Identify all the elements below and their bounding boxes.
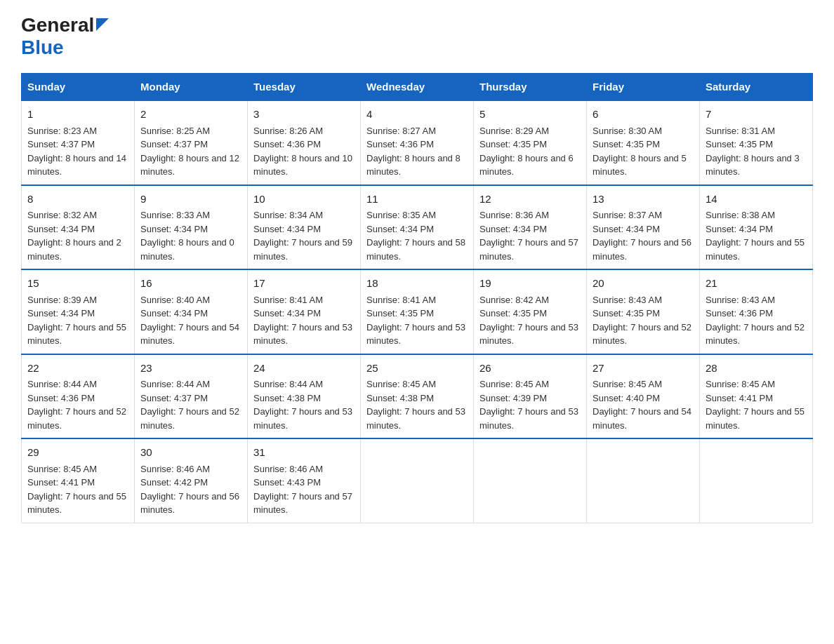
calendar-cell: 28 Sunrise: 8:45 AM Sunset: 4:41 PM Dayl… (700, 354, 813, 439)
day-info: Sunrise: 8:32 AM Sunset: 4:34 PM Dayligh… (27, 208, 128, 263)
calendar-cell: 22 Sunrise: 8:44 AM Sunset: 4:36 PM Dayl… (22, 354, 135, 439)
calendar-cell: 17 Sunrise: 8:41 AM Sunset: 4:34 PM Dayl… (248, 269, 361, 354)
day-info: Sunrise: 8:44 AM Sunset: 4:38 PM Dayligh… (253, 377, 355, 432)
calendar-cell: 13 Sunrise: 8:37 AM Sunset: 4:34 PM Dayl… (587, 185, 700, 270)
day-number: 14 (706, 192, 807, 208)
day-info: Sunrise: 8:29 AM Sunset: 4:35 PM Dayligh… (479, 124, 581, 179)
col-header-tuesday: Tuesday (248, 74, 361, 101)
calendar-week-row: 15 Sunrise: 8:39 AM Sunset: 4:34 PM Dayl… (22, 269, 813, 354)
calendar-cell: 19 Sunrise: 8:42 AM Sunset: 4:35 PM Dayl… (474, 269, 587, 354)
day-number: 29 (27, 445, 128, 461)
day-number: 23 (140, 361, 241, 377)
day-info: Sunrise: 8:33 AM Sunset: 4:34 PM Dayligh… (140, 208, 241, 263)
col-header-wednesday: Wednesday (361, 74, 474, 101)
calendar-cell: 16 Sunrise: 8:40 AM Sunset: 4:34 PM Dayl… (135, 269, 248, 354)
day-info: Sunrise: 8:44 AM Sunset: 4:37 PM Dayligh… (140, 377, 241, 432)
calendar-cell: 6 Sunrise: 8:30 AM Sunset: 4:35 PM Dayli… (587, 100, 700, 185)
calendar-cell: 20 Sunrise: 8:43 AM Sunset: 4:35 PM Dayl… (587, 269, 700, 354)
day-info: Sunrise: 8:45 AM Sunset: 4:38 PM Dayligh… (366, 377, 468, 432)
day-number: 2 (140, 107, 241, 123)
calendar-cell: 23 Sunrise: 8:44 AM Sunset: 4:37 PM Dayl… (135, 354, 248, 439)
day-number: 18 (366, 276, 468, 292)
col-header-friday: Friday (587, 74, 700, 101)
day-number: 17 (253, 276, 355, 292)
day-number: 9 (140, 192, 241, 208)
calendar-cell: 3 Sunrise: 8:26 AM Sunset: 4:36 PM Dayli… (248, 100, 361, 185)
calendar-cell: 21 Sunrise: 8:43 AM Sunset: 4:36 PM Dayl… (700, 269, 813, 354)
day-number: 6 (593, 107, 694, 123)
day-info: Sunrise: 8:38 AM Sunset: 4:34 PM Dayligh… (706, 208, 807, 263)
calendar-cell: 25 Sunrise: 8:45 AM Sunset: 4:38 PM Dayl… (361, 354, 474, 439)
day-number: 7 (706, 107, 807, 123)
calendar-cell: 11 Sunrise: 8:35 AM Sunset: 4:34 PM Dayl… (361, 185, 474, 270)
day-number: 11 (366, 192, 468, 208)
day-number: 16 (140, 276, 241, 292)
day-info: Sunrise: 8:30 AM Sunset: 4:35 PM Dayligh… (593, 124, 694, 179)
calendar-cell: 18 Sunrise: 8:41 AM Sunset: 4:35 PM Dayl… (361, 269, 474, 354)
calendar-cell: 29 Sunrise: 8:45 AM Sunset: 4:41 PM Dayl… (22, 438, 135, 523)
logo-blue: Blue (21, 36, 64, 59)
day-info: Sunrise: 8:45 AM Sunset: 4:39 PM Dayligh… (479, 377, 581, 432)
logo-general: General (21, 14, 94, 36)
calendar-header-row: SundayMondayTuesdayWednesdayThursdayFrid… (22, 74, 813, 101)
day-number: 15 (27, 276, 128, 292)
day-number: 31 (253, 445, 355, 461)
calendar-cell (474, 438, 587, 523)
calendar-cell (361, 438, 474, 523)
calendar-week-row: 22 Sunrise: 8:44 AM Sunset: 4:36 PM Dayl… (22, 354, 813, 439)
day-info: Sunrise: 8:23 AM Sunset: 4:37 PM Dayligh… (27, 124, 128, 179)
calendar-cell (700, 438, 813, 523)
day-info: Sunrise: 8:41 AM Sunset: 4:35 PM Dayligh… (366, 293, 468, 348)
day-number: 22 (27, 361, 128, 377)
day-info: Sunrise: 8:43 AM Sunset: 4:35 PM Dayligh… (593, 293, 694, 348)
day-info: Sunrise: 8:45 AM Sunset: 4:41 PM Dayligh… (706, 377, 807, 432)
logo: General Blue (21, 14, 109, 59)
calendar-cell: 26 Sunrise: 8:45 AM Sunset: 4:39 PM Dayl… (474, 354, 587, 439)
day-number: 8 (27, 192, 128, 208)
calendar-cell: 24 Sunrise: 8:44 AM Sunset: 4:38 PM Dayl… (248, 354, 361, 439)
calendar-week-row: 1 Sunrise: 8:23 AM Sunset: 4:37 PM Dayli… (22, 100, 813, 185)
calendar-week-row: 8 Sunrise: 8:32 AM Sunset: 4:34 PM Dayli… (22, 185, 813, 270)
logo-arrow-icon (96, 18, 109, 34)
day-info: Sunrise: 8:39 AM Sunset: 4:34 PM Dayligh… (27, 293, 128, 348)
calendar-cell: 5 Sunrise: 8:29 AM Sunset: 4:35 PM Dayli… (474, 100, 587, 185)
calendar-cell: 2 Sunrise: 8:25 AM Sunset: 4:37 PM Dayli… (135, 100, 248, 185)
svg-marker-0 (96, 18, 109, 31)
day-info: Sunrise: 8:26 AM Sunset: 4:36 PM Dayligh… (253, 124, 355, 179)
day-info: Sunrise: 8:42 AM Sunset: 4:35 PM Dayligh… (479, 293, 581, 348)
day-number: 12 (479, 192, 581, 208)
calendar-cell: 9 Sunrise: 8:33 AM Sunset: 4:34 PM Dayli… (135, 185, 248, 270)
calendar-cell: 7 Sunrise: 8:31 AM Sunset: 4:35 PM Dayli… (700, 100, 813, 185)
day-number: 24 (253, 361, 355, 377)
page-header: General Blue (21, 14, 813, 59)
calendar-cell (587, 438, 700, 523)
day-info: Sunrise: 8:45 AM Sunset: 4:41 PM Dayligh… (27, 462, 128, 517)
col-header-thursday: Thursday (474, 74, 587, 101)
day-number: 3 (253, 107, 355, 123)
day-info: Sunrise: 8:43 AM Sunset: 4:36 PM Dayligh… (706, 293, 807, 348)
calendar-cell: 27 Sunrise: 8:45 AM Sunset: 4:40 PM Dayl… (587, 354, 700, 439)
day-number: 4 (366, 107, 468, 123)
day-info: Sunrise: 8:36 AM Sunset: 4:34 PM Dayligh… (479, 208, 581, 263)
day-number: 10 (253, 192, 355, 208)
day-info: Sunrise: 8:46 AM Sunset: 4:43 PM Dayligh… (253, 462, 355, 517)
col-header-saturday: Saturday (700, 74, 813, 101)
col-header-sunday: Sunday (22, 74, 135, 101)
calendar-cell: 14 Sunrise: 8:38 AM Sunset: 4:34 PM Dayl… (700, 185, 813, 270)
calendar-table: SundayMondayTuesdayWednesdayThursdayFrid… (21, 73, 813, 523)
day-info: Sunrise: 8:37 AM Sunset: 4:34 PM Dayligh… (593, 208, 694, 263)
day-number: 5 (479, 107, 581, 123)
day-number: 21 (706, 276, 807, 292)
day-info: Sunrise: 8:44 AM Sunset: 4:36 PM Dayligh… (27, 377, 128, 432)
day-info: Sunrise: 8:25 AM Sunset: 4:37 PM Dayligh… (140, 124, 241, 179)
day-number: 28 (706, 361, 807, 377)
calendar-cell: 10 Sunrise: 8:34 AM Sunset: 4:34 PM Dayl… (248, 185, 361, 270)
calendar-cell: 8 Sunrise: 8:32 AM Sunset: 4:34 PM Dayli… (22, 185, 135, 270)
day-number: 30 (140, 445, 241, 461)
day-number: 13 (593, 192, 694, 208)
day-number: 19 (479, 276, 581, 292)
calendar-cell: 30 Sunrise: 8:46 AM Sunset: 4:42 PM Dayl… (135, 438, 248, 523)
day-info: Sunrise: 8:27 AM Sunset: 4:36 PM Dayligh… (366, 124, 468, 179)
day-info: Sunrise: 8:31 AM Sunset: 4:35 PM Dayligh… (706, 124, 807, 179)
day-info: Sunrise: 8:34 AM Sunset: 4:34 PM Dayligh… (253, 208, 355, 263)
